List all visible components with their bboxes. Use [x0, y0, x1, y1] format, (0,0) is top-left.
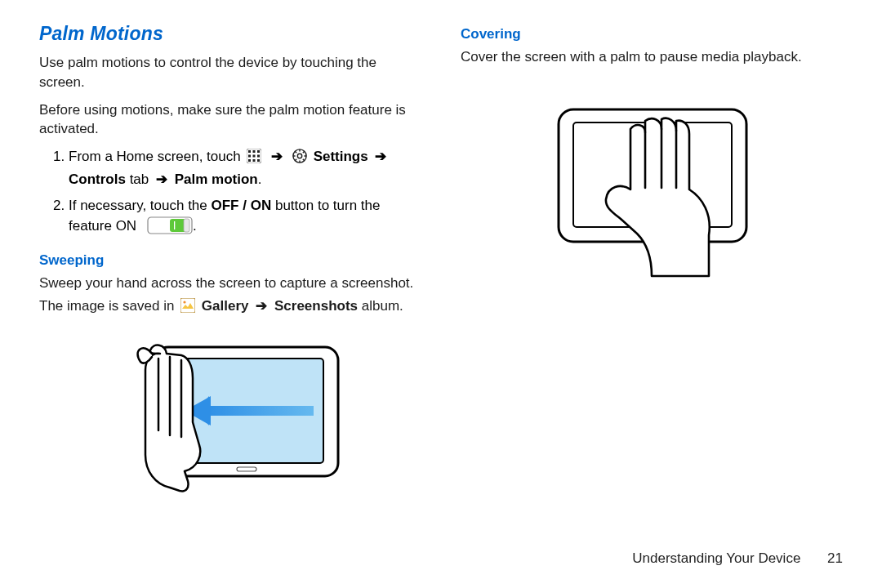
svg-rect-8: [253, 159, 256, 162]
svg-rect-16: [180, 298, 195, 313]
footer-page-number: 21: [827, 550, 843, 566]
manual-page: Palm Motions Use palm motions to control…: [0, 0, 882, 588]
svg-rect-21: [206, 406, 314, 416]
step-1-pre: From a Home screen, touch: [69, 149, 241, 164]
svg-rect-2: [253, 150, 256, 153]
toggle-on-icon: [147, 216, 193, 241]
arrow-icon: ➔: [153, 172, 171, 187]
svg-rect-1: [248, 150, 251, 153]
intro-paragraph-1: Use palm motions to control the device b…: [39, 53, 421, 92]
gallery-label: Gallery: [202, 298, 249, 314]
tab-word: tab: [130, 172, 149, 187]
right-column: Covering Cover the screen with a palm to…: [461, 23, 843, 507]
sweeping-line2a: The image is saved in: [39, 298, 174, 314]
svg-rect-9: [257, 159, 260, 162]
covering-illustration: [461, 91, 843, 283]
settings-gear-icon: [292, 149, 307, 170]
svg-rect-14: [184, 219, 189, 232]
step-2-pre: If necessary, touch the: [69, 198, 207, 213]
step-1: From a Home screen, touch ➔: [69, 147, 421, 189]
sweeping-line1: Sweep your hand across the screen to cap…: [39, 274, 421, 293]
svg-point-11: [297, 154, 301, 158]
off-on-label: OFF / ON: [212, 198, 272, 213]
subheading-covering: Covering: [461, 26, 843, 42]
sweeping-line2: The image is saved in Gallery ➔ Screensh…: [39, 296, 421, 318]
gallery-icon: [180, 298, 195, 318]
covering-text: Cover the screen with a palm to pause me…: [461, 47, 843, 67]
section-title: Palm Motions: [39, 23, 421, 45]
arrow-icon: ➔: [252, 298, 270, 314]
album-word: album.: [362, 298, 403, 314]
step-2: If necessary, touch the OFF / ON button …: [69, 196, 421, 240]
footer-section: Understanding Your Device: [632, 550, 800, 566]
palm-motion-label: Palm motion: [175, 172, 258, 187]
svg-rect-4: [248, 155, 251, 158]
svg-rect-7: [248, 159, 251, 162]
intro-paragraph-2: Before using motions, make sure the palm…: [39, 100, 421, 140]
apps-grid-icon: [247, 149, 261, 170]
settings-label: Settings: [314, 149, 368, 164]
two-column-layout: Palm Motions Use palm motions to control…: [39, 23, 843, 507]
svg-rect-15: [174, 221, 175, 229]
left-column: Palm Motions Use palm motions to control…: [39, 23, 421, 507]
svg-rect-3: [257, 150, 260, 153]
steps-list: From a Home screen, touch ➔: [39, 147, 421, 241]
subheading-sweeping: Sweeping: [39, 252, 421, 269]
arrow-icon: ➔: [372, 149, 390, 164]
arrow-icon: ➔: [268, 149, 286, 164]
sweeping-illustration: [39, 332, 421, 507]
controls-label: Controls: [69, 172, 126, 187]
svg-rect-6: [257, 155, 260, 158]
screenshots-label: Screenshots: [274, 298, 358, 314]
svg-rect-5: [253, 155, 256, 158]
page-footer: Understanding Your Device 21: [632, 550, 843, 567]
period: .: [258, 172, 262, 187]
svg-point-17: [184, 301, 186, 303]
